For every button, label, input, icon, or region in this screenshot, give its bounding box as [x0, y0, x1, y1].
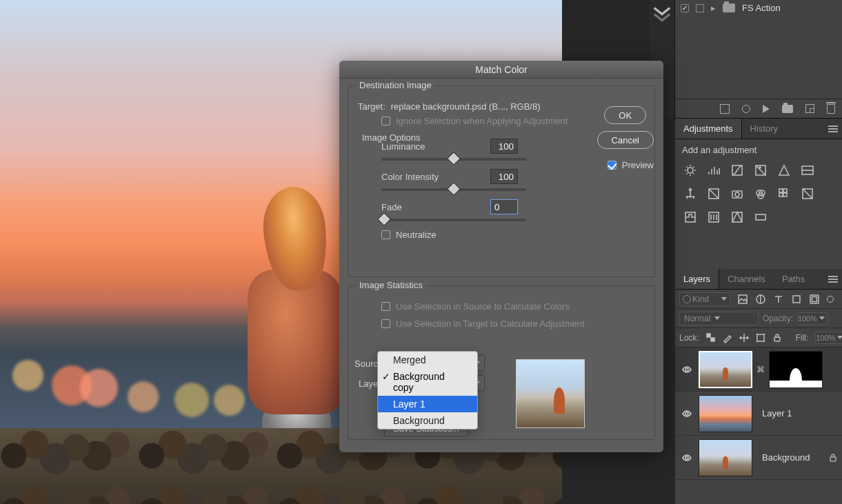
fade-label: Fade	[381, 202, 485, 212]
expand-panel-icon[interactable]	[650, 0, 674, 22]
use-selection-source-checkbox	[381, 302, 390, 311]
cancel-button[interactable]: Cancel	[597, 131, 654, 149]
layer-thumbnail[interactable]	[699, 439, 752, 476]
stop-icon[interactable]	[720, 104, 730, 114]
tab-layers[interactable]: Layers	[675, 269, 719, 289]
ok-button[interactable]: OK	[604, 106, 646, 124]
lock-transparent-icon[interactable]	[706, 333, 716, 343]
tab-history[interactable]: History	[742, 119, 786, 139]
dialog-toggle-icon[interactable]	[696, 4, 704, 12]
tab-paths[interactable]: Paths	[774, 269, 813, 289]
use-selection-target-label: Use Selection in Target to Calculate Adj…	[396, 319, 585, 329]
channel-mixer-icon[interactable]	[754, 187, 768, 201]
visibility-eye-icon[interactable]	[679, 408, 694, 419]
brightness-contrast-icon[interactable]	[683, 163, 697, 177]
tab-adjustments[interactable]: Adjustments	[675, 119, 742, 139]
layer-name[interactable]: Background	[762, 452, 810, 463]
action-enabled-checkbox[interactable]: ✓	[681, 4, 689, 12]
image-statistics-legend: Image Statistics	[355, 280, 427, 290]
svg-rect-26	[711, 338, 714, 341]
layer-row[interactable]: Background	[675, 436, 842, 480]
vibrance-icon[interactable]	[777, 163, 791, 177]
hue-sat-icon[interactable]	[801, 163, 814, 177]
lock-artboard-icon[interactable]	[756, 333, 765, 343]
fade-field[interactable]	[490, 199, 518, 214]
actions-panel: ✓ ▸ FS Action	[675, 0, 842, 119]
color-intensity-slider[interactable]	[381, 188, 526, 191]
lock-all-icon[interactable]	[772, 333, 782, 343]
blend-mode-select[interactable]: Normal	[679, 312, 759, 325]
layer-row[interactable]: ⌘	[675, 347, 842, 392]
neutralize-checkbox[interactable]	[381, 230, 390, 239]
filter-toggle-icon[interactable]	[827, 296, 834, 303]
fill-field[interactable]: 100%	[815, 332, 842, 344]
new-action-icon[interactable]	[805, 104, 814, 113]
filter-kind-input[interactable]	[692, 294, 721, 304]
svg-rect-22	[793, 296, 800, 303]
layer-filter-kind[interactable]	[679, 292, 730, 306]
panel-menu-icon[interactable]	[828, 125, 838, 132]
filter-smart-icon[interactable]	[809, 294, 820, 305]
preview-label: Preview	[622, 160, 654, 170]
mask-link-icon[interactable]: ⌘	[756, 365, 765, 374]
visibility-eye-icon[interactable]	[679, 364, 694, 375]
threshold-icon[interactable]	[707, 210, 721, 224]
fade-slider[interactable]	[381, 219, 526, 221]
layer-name[interactable]: Layer 1	[762, 408, 792, 419]
use-selection-target-checkbox	[381, 319, 390, 328]
dropdown-item-layer-1[interactable]: Layer 1	[378, 396, 477, 412]
color-intensity-field[interactable]	[490, 169, 518, 184]
opacity-label: Opacity:	[763, 314, 793, 323]
fill-label: Fill:	[796, 333, 809, 343]
color-intensity-label: Color Intensity	[381, 172, 485, 182]
target-label: Target:	[358, 101, 385, 112]
lock-position-icon[interactable]	[739, 333, 749, 343]
svg-point-0	[688, 168, 693, 173]
preview-checkbox[interactable]	[608, 161, 617, 170]
layer-thumbnail[interactable]	[699, 395, 752, 432]
curves-icon[interactable]	[730, 163, 744, 177]
neutralize-label: Neutralize	[396, 230, 437, 240]
actions-toolbar	[675, 99, 842, 118]
layer-mask-thumbnail[interactable]	[769, 351, 823, 388]
color-lookup-icon[interactable]	[777, 187, 791, 201]
lock-pixels-icon[interactable]	[723, 333, 732, 343]
gradient-map-icon[interactable]	[754, 210, 768, 224]
dropdown-item-background-copy[interactable]: Background copy	[378, 368, 477, 396]
posterize-icon[interactable]	[683, 210, 697, 224]
panel-menu-icon[interactable]	[828, 276, 838, 283]
filter-pixel-icon[interactable]	[737, 294, 748, 305]
selective-color-icon[interactable]	[730, 210, 744, 224]
action-set-name[interactable]: FS Action	[742, 3, 781, 13]
filter-shape-icon[interactable]	[791, 294, 802, 305]
photo-filter-icon[interactable]	[730, 187, 744, 201]
black-white-icon[interactable]	[707, 187, 721, 201]
tab-channels[interactable]: Channels	[719, 269, 774, 289]
invert-icon[interactable]	[801, 187, 814, 201]
color-balance-icon[interactable]	[683, 187, 697, 201]
bokeh-light	[174, 383, 209, 417]
trash-icon[interactable]	[827, 104, 835, 114]
play-icon[interactable]	[763, 105, 770, 113]
layer-thumbnail[interactable]	[699, 351, 752, 388]
ignore-selection-label: Ignore Selection when Applying Adjustmen…	[396, 116, 568, 126]
dropdown-item-merged[interactable]: Merged	[378, 352, 477, 368]
opacity-field[interactable]: 100%	[797, 312, 828, 325]
source-preview-thumbnail	[516, 359, 585, 428]
record-icon[interactable]	[742, 105, 750, 113]
svg-rect-14	[783, 193, 787, 196]
target-value: replace background.psd (B..., RGB/8)	[391, 101, 541, 112]
exposure-icon[interactable]	[754, 163, 768, 177]
luminance-field[interactable]	[490, 139, 518, 154]
svg-point-29	[685, 368, 688, 371]
disclosure-triangle-icon[interactable]: ▸	[711, 3, 716, 13]
visibility-eye-icon[interactable]	[679, 452, 694, 463]
new-set-icon[interactable]	[782, 105, 793, 113]
levels-icon[interactable]	[707, 163, 721, 177]
filter-type-icon[interactable]	[773, 294, 784, 305]
dropdown-item-background[interactable]: Background	[378, 412, 477, 429]
layer-row[interactable]: Layer 1	[675, 392, 842, 436]
filter-adjust-icon[interactable]	[755, 294, 766, 305]
source-dropdown-popup: Merged Background copy Layer 1 Backgroun…	[377, 351, 478, 430]
luminance-slider[interactable]	[381, 158, 526, 161]
